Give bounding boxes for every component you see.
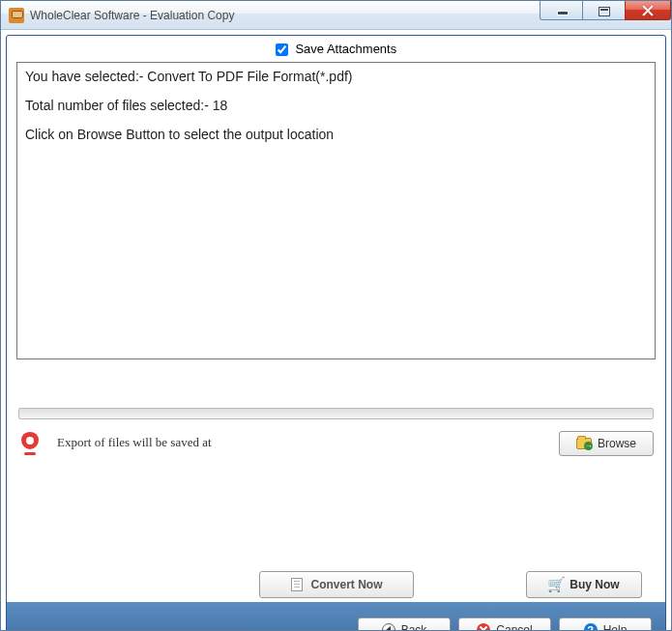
- cancel-button[interactable]: Cancel: [458, 617, 551, 631]
- document-icon: [289, 577, 305, 592]
- location-pin-icon: [18, 432, 42, 459]
- maximize-icon: [599, 8, 609, 15]
- convert-now-button[interactable]: Convert Now: [259, 571, 414, 598]
- back-button-label: Back: [401, 623, 427, 631]
- cancel-icon: [477, 623, 490, 631]
- minimize-icon: [556, 6, 568, 15]
- cart-icon: 🛒: [548, 577, 564, 592]
- buy-now-button[interactable]: 🛒 Buy Now: [526, 571, 642, 598]
- cancel-button-label: Cancel: [496, 623, 532, 631]
- info-line-file-count: Total number of files selected:- 18: [25, 98, 647, 113]
- export-location-row: Export of files will be saved at Browse: [18, 429, 654, 459]
- browse-button-label: Browse: [598, 437, 636, 450]
- main-panel: Save Attachments You have selected:- Con…: [6, 35, 666, 631]
- folder-icon: [576, 436, 592, 451]
- close-button[interactable]: [625, 1, 671, 20]
- buy-button-label: Buy Now: [570, 578, 619, 591]
- help-icon: ?: [584, 623, 598, 631]
- back-button[interactable]: Back: [358, 617, 451, 631]
- close-icon: [642, 6, 654, 15]
- info-textbox: You have selected:- Convert To PDF File …: [16, 62, 656, 359]
- back-arrow-icon: [382, 623, 395, 631]
- save-attachments-checkbox[interactable]: [276, 43, 288, 56]
- action-button-row: Convert Now 🛒 Buy Now: [7, 571, 665, 598]
- progress-bar: [18, 408, 654, 419]
- window-title: WholeClear Software - Evaluation Copy: [30, 9, 234, 22]
- window-controls: [541, 1, 671, 20]
- help-button[interactable]: ? Help: [559, 617, 652, 631]
- info-line-selected-format: You have selected:- Convert To PDF File …: [25, 69, 647, 84]
- export-location-label: Export of files will be saved at: [57, 429, 543, 450]
- save-attachments-row: Save Attachments: [7, 36, 665, 60]
- titlebar: WholeClear Software - Evaluation Copy: [1, 1, 671, 30]
- help-button-label: Help: [603, 623, 628, 631]
- footer-bar: Back Cancel ? Help: [7, 609, 665, 631]
- save-attachments-label: Save Attachments: [295, 42, 396, 56]
- browse-button[interactable]: Browse: [559, 431, 654, 456]
- convert-button-label: Convert Now: [310, 578, 382, 591]
- maximize-button[interactable]: [582, 1, 626, 20]
- app-icon: [9, 8, 24, 23]
- info-line-instruction: Click on Browse Button to select the out…: [25, 127, 647, 142]
- minimize-button[interactable]: [540, 1, 583, 20]
